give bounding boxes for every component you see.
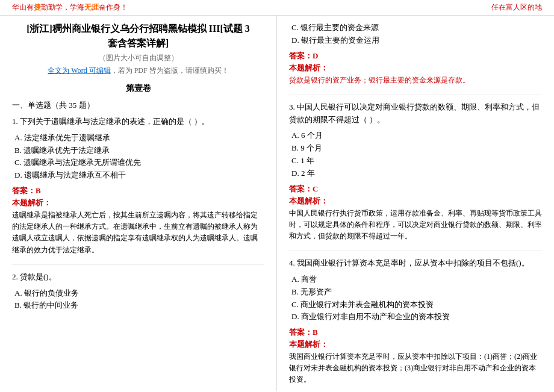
divider-2	[289, 95, 542, 95]
question-3-explanation-text: 中国人民银行行执行货币政策，运用存款准备金、利率、再贴现等货币政策工具时，可以规…	[289, 208, 542, 243]
page-layout: [浙江]稠州商业银行义乌分行招聘黑钻模拟 III[试题 3 套含答案详解] （图…	[0, 16, 554, 391]
question-3-answer: 答案：C	[289, 184, 542, 194]
divider-3	[289, 250, 542, 251]
left-slogan: 华山有捷勤勤学，学海无涯奋作身！	[12, 2, 128, 13]
left-column: [浙江]稠州商业银行义乌分行招聘黑钻模拟 III[试题 3 套含答案详解] （图…	[0, 16, 277, 391]
question-3-block: 3. 中国人民银行可以决定对商业银行贷款的数额、期限、利率和方式，但贷款的期限不…	[289, 101, 542, 242]
volume-title: 第壹卷	[12, 83, 264, 94]
question-3-option-b: B. 9 个月	[291, 142, 542, 155]
question-3-option-c: C. 1 年	[291, 155, 542, 167]
question-1-option-b: B. 遗嘱继承优先于法定继承	[14, 145, 264, 157]
divider-1	[12, 264, 264, 265]
question-2-option-d: D. 银行最主要的资金运用	[291, 34, 542, 47]
section-label: 一、单选题（共 35 题）	[12, 100, 264, 111]
question-4-explanation-title: 本题解析：	[289, 339, 542, 350]
question-3-text: 3. 中国人民银行可以决定对商业银行贷款的数额、期限、利率和方式，但贷款的期限不…	[289, 101, 542, 126]
question-4-option-d: D. 商业银行对非自用不动产和企业的资本投资	[291, 311, 542, 323]
question-1-text: 1. 下列关于遗嘱继承与法定继承的表述，正确的是（ ）。	[12, 116, 264, 128]
question-2-right-block: C. 银行最主要的资金来源 D. 银行最主要的资金运用 答案：D 本题解析： 贷…	[289, 22, 542, 86]
doc-subtitle: （图片大小可自由调整）	[12, 53, 264, 63]
right-slogan: 任在富人区的地	[491, 2, 542, 13]
question-2-explanation-title: 本题解析：	[289, 63, 542, 73]
question-1-option-a: A. 法定继承优先于遗嘱继承	[14, 132, 264, 145]
question-2-text: 2. 贷款是()。	[12, 271, 264, 284]
question-1-option-c: C. 遗嘱继承与法定继承无所谓谁优先	[14, 157, 264, 169]
question-1-answer: 答案：B	[12, 185, 264, 196]
question-4-option-c: C. 商业银行对未并表金融机构的资本投资	[291, 299, 542, 311]
question-2-answer: 答案：D	[289, 51, 542, 61]
question-2-option-c: C. 银行最主要的资金来源	[291, 22, 542, 34]
top-banner: 华山有捷勤勤学，学海无涯奋作身！ 任在富人区的地	[0, 0, 554, 16]
question-2-option-a: A. 银行的负债业务	[14, 287, 264, 300]
question-4-text: 4. 我国商业银行计算资本充足率时，应从资本中扣除的项目不包括()。	[289, 257, 542, 270]
question-4-option-a: A. 商誉	[291, 273, 542, 286]
question-4-explanation-text: 我国商业银行计算资本充足率时，应从资本中扣除以下项目：(1)商誉；(2)商业银行…	[289, 351, 542, 386]
question-1-explanation-text: 遗嘱继承是指被继承人死亡后，按其生前所立遗嘱内容，将其遗产转移给指定的法定继承人…	[12, 210, 264, 256]
question-1-block: 1. 下列关于遗嘱继承与法定继承的表述，正确的是（ ）。 A. 法定继承优先于遗…	[12, 116, 264, 256]
question-4-block: 4. 我国商业银行计算资本充足率时，应从资本中扣除的项目不包括()。 A. 商誉…	[289, 257, 542, 386]
doc-title: [浙江]稠州商业银行义乌分行招聘黑钻模拟 III[试题 3 套含答案详解]	[12, 22, 264, 51]
question-3-option-d: D. 2 年	[291, 167, 542, 180]
question-3-explanation-title: 本题解析：	[289, 196, 542, 207]
question-4-answer: 答案：B	[289, 327, 542, 338]
question-1-option-d: D. 遗嘱继承与法定继承互不相干	[14, 169, 264, 182]
question-3-option-a: A. 6 个月	[291, 129, 542, 142]
question-1-explanation-title: 本题解析：	[12, 198, 264, 208]
question-2-block: 2. 贷款是()。 A. 银行的负债业务 B. 银行的中间业务	[12, 271, 264, 312]
question-2-explanation-text: 贷款是银行的资产业务；银行最主要的资金来源是存款。	[289, 75, 542, 86]
question-2-option-b: B. 银行的中间业务	[14, 299, 264, 312]
question-4-option-b: B. 无形资产	[291, 286, 542, 299]
word-link-notice: 全文为 Word 可编辑，若为 PDF 皆为盗版，请谨慎购买！	[12, 66, 264, 76]
right-column: C. 银行最主要的资金来源 D. 银行最主要的资金运用 答案：D 本题解析： 贷…	[277, 16, 554, 391]
word-editable-link[interactable]: 全文为 Word 可编辑	[48, 66, 110, 75]
